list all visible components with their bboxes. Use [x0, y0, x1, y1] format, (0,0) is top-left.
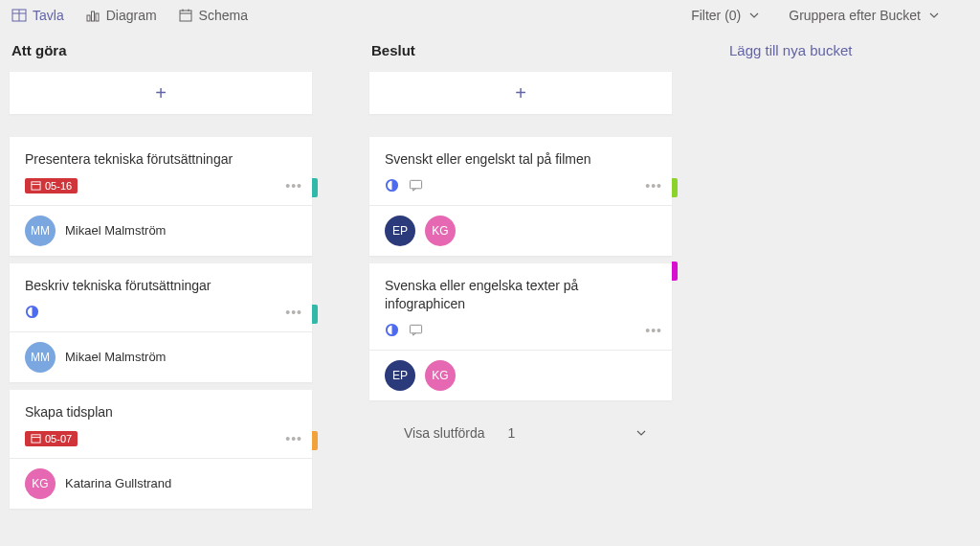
card-more-button[interactable]: ••• [285, 431, 302, 446]
category-marker [672, 262, 678, 281]
avatar[interactable]: MM [25, 342, 56, 373]
filter-label: Filter (0) [691, 8, 741, 23]
bucket-beslut: Beslut + Svenskt eller engelskt tal på f… [369, 36, 672, 516]
bucket-att-gora: Att göra + Presentera tekniska förutsätt… [10, 36, 312, 516]
bucket-header[interactable]: Beslut [369, 36, 672, 72]
tab-schedule[interactable]: Schema [178, 8, 248, 23]
svg-rect-4 [91, 11, 94, 21]
card-title: Beskriv tekniska förutsättningar [25, 277, 297, 295]
plus-icon: + [515, 82, 526, 104]
tab-chart-label: Diagram [106, 8, 157, 23]
svg-rect-6 [180, 11, 191, 21]
assignee-name: Katarina Gullstrand [65, 476, 171, 490]
comments-icon [409, 323, 423, 337]
progress-in-progress-icon [385, 178, 399, 193]
group-label: Gruppera efter Bucket [789, 8, 921, 23]
svg-rect-5 [96, 13, 99, 21]
task-card[interactable]: Skapa tidsplan 05-07 ••• KG Katarina Gul… [10, 390, 312, 509]
avatar[interactable]: MM [25, 216, 56, 246]
task-card[interactable]: Presentera tekniska förutsättningar 05-1… [10, 137, 312, 256]
svg-rect-13 [32, 435, 40, 443]
avatar[interactable]: KG [425, 360, 456, 391]
show-completed-button[interactable]: Visa slutförda 1 [369, 408, 672, 441]
card-title: Presentera tekniska förutsättningar [25, 150, 297, 169]
svg-rect-3 [87, 15, 90, 21]
add-bucket-button[interactable]: Lägg till nya bucket [729, 36, 921, 516]
tab-board[interactable]: Tavla [11, 8, 64, 23]
toolbar-right: Filter (0) Gruppera efter Bucket [691, 8, 969, 23]
calendar-icon [178, 8, 193, 23]
card-more-button[interactable]: ••• [645, 178, 662, 193]
chevron-down-icon [635, 427, 647, 439]
category-marker [312, 178, 318, 197]
assignee-name: Mikael Malmström [65, 223, 166, 238]
add-task-button[interactable]: + [369, 72, 672, 114]
board: Att göra + Presentera tekniska förutsätt… [0, 36, 980, 516]
task-card[interactable]: Beskriv tekniska förutsättningar ••• MM … [10, 263, 312, 382]
bucket-header[interactable]: Att göra [10, 36, 312, 72]
card-title: Svenska eller engelska texter på infogra… [385, 277, 657, 313]
view-tabs: Tavla Diagram Schema [11, 8, 248, 23]
card-more-button[interactable]: ••• [645, 323, 662, 338]
board-icon [11, 8, 27, 23]
comments-icon [409, 178, 423, 193]
due-date-badge: 05-16 [25, 178, 78, 193]
chevron-down-icon [748, 10, 760, 21]
tab-chart[interactable]: Diagram [85, 8, 157, 23]
card-title: Skapa tidsplan [25, 403, 297, 421]
assignee-name: Mikael Malmström [65, 350, 166, 364]
progress-in-progress-icon [385, 323, 399, 337]
category-marker [312, 305, 318, 324]
task-card[interactable]: Svenska eller engelska texter på infogra… [369, 263, 672, 400]
toolbar: Tavla Diagram Schema Filter (0) Gruppera… [0, 0, 980, 36]
category-marker [672, 178, 678, 197]
svg-rect-16 [410, 181, 421, 189]
calendar-icon [31, 180, 41, 191]
card-assignees: MM Mikael Malmström [10, 331, 312, 382]
card-more-button[interactable]: ••• [285, 305, 302, 320]
plus-icon: + [155, 82, 167, 104]
card-assignees: KG Katarina Gullstrand [10, 458, 312, 509]
task-card[interactable]: Svenskt eller engelskt tal på filmen •••… [369, 137, 672, 256]
group-button[interactable]: Gruppera efter Bucket [789, 8, 940, 23]
card-assignees: EP KG [369, 350, 672, 400]
avatar[interactable]: KG [425, 216, 456, 246]
tab-schedule-label: Schema [199, 8, 248, 23]
calendar-icon [31, 433, 41, 444]
card-assignees: EP KG [369, 205, 672, 256]
chevron-down-icon [928, 10, 940, 21]
category-marker [312, 431, 318, 450]
svg-rect-18 [410, 326, 421, 333]
svg-rect-10 [32, 182, 40, 190]
filter-button[interactable]: Filter (0) [691, 8, 760, 23]
card-more-button[interactable]: ••• [285, 178, 302, 193]
card-title: Svenskt eller engelskt tal på filmen [385, 150, 657, 169]
card-assignees: MM Mikael Malmström [10, 205, 312, 256]
show-completed-label: Visa slutförda [404, 425, 485, 441]
due-date-badge: 05-07 [25, 431, 78, 446]
avatar[interactable]: EP [385, 360, 415, 391]
show-completed-count: 1 [508, 425, 516, 441]
add-task-button[interactable]: + [10, 72, 312, 114]
progress-in-progress-icon [25, 305, 39, 319]
avatar[interactable]: EP [385, 216, 415, 246]
chart-icon [85, 8, 100, 23]
tab-board-label: Tavla [33, 8, 64, 23]
avatar[interactable]: KG [25, 468, 56, 499]
